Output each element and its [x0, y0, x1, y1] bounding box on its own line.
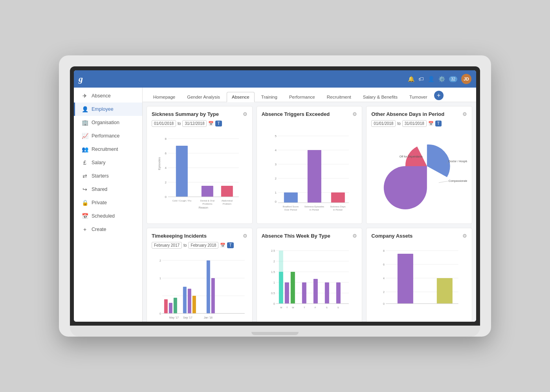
sidebar-item-performance[interactable]: 📈 Performance [74, 129, 142, 143]
svg-rect-59 [188, 289, 191, 313]
tab-turnover[interactable]: Turnover [404, 92, 433, 102]
svg-text:0: 0 [165, 195, 167, 199]
svg-text:2: 2 [383, 291, 385, 293]
svg-rect-80 [279, 251, 283, 272]
gear-icon-week[interactable]: ⚙ [352, 233, 357, 239]
gear-icon-assets[interactable]: ⚙ [462, 233, 467, 239]
sidebar-item-shared[interactable]: ↪ Shared [74, 183, 142, 196]
svg-text:T: T [304, 306, 305, 309]
sidebar-item-organisation[interactable]: 🏢 Organisation [74, 116, 142, 129]
shared-icon: ↪ [81, 186, 88, 192]
date-to-sickness[interactable]: 31/12/2018 [182, 120, 207, 127]
svg-text:0.5: 0.5 [271, 292, 275, 295]
sidebar-item-starters[interactable]: ⇄ Starters [74, 169, 142, 183]
add-tab-button[interactable]: + [434, 91, 444, 100]
date-from-timekeeping[interactable]: February 2017 [152, 242, 182, 249]
widget-header-triggers: Absence Triggers Exceeded ⚙ [262, 111, 358, 117]
svg-text:Cold / Cough / Flu: Cold / Cough / Flu [172, 200, 191, 202]
svg-text:8: 8 [165, 137, 167, 141]
chart-triggers: 5 4 3 2 1 0 [262, 128, 358, 216]
gear-icon-timekeeping[interactable]: ⚙ [243, 233, 248, 239]
avatar[interactable]: JD [461, 74, 471, 84]
sidebar-item-label: Recruitment [92, 147, 118, 152]
svg-text:2: 2 [275, 177, 277, 180]
widget-title-week: Absence This Week By Type [262, 233, 330, 239]
sidebar: ✈ Absence 👤 Employee 🏢 Organisation 📈 Pe… [74, 88, 143, 322]
svg-text:6: 6 [165, 152, 167, 155]
svg-text:4: 4 [165, 166, 167, 170]
widget-header-timekeeping: Timekeeping Incidents ⚙ [152, 233, 248, 239]
widget-sickness-summary: Sickness Summary by Type ⚙ 01/01/2018 to… [147, 106, 253, 224]
sidebar-item-private[interactable]: 🔒 Private [74, 196, 142, 209]
svg-text:0: 0 [273, 302, 275, 305]
svg-rect-34 [331, 192, 345, 203]
date-to-timekeeping[interactable]: February 2018 [188, 242, 218, 249]
gear-icon-triggers[interactable]: ⚙ [352, 111, 357, 117]
tag-icon[interactable]: 🏷 [418, 76, 424, 82]
svg-text:6: 6 [383, 263, 385, 266]
sidebar-item-employee[interactable]: 👤 Employee [74, 103, 142, 116]
svg-text:4: 4 [383, 277, 385, 280]
svg-rect-58 [183, 287, 187, 313]
sidebar-item-label: Create [92, 227, 106, 232]
widget-title-triggers: Absence Triggers Exceeded [262, 111, 330, 117]
calendar-icon-other[interactable]: 📅 [428, 121, 434, 126]
svg-text:Reason: Reason [199, 206, 208, 209]
tab-absence[interactable]: Absence [227, 92, 255, 102]
settings-icon[interactable]: ⚙️ [438, 76, 445, 82]
bell-icon[interactable]: 🔔 [408, 76, 414, 82]
svg-rect-13 [221, 186, 233, 197]
t-button-sickness[interactable]: T [215, 121, 222, 126]
svg-text:S: S [337, 306, 339, 309]
sidebar-item-create[interactable]: + Create [74, 223, 142, 236]
date-to-other[interactable]: 31/01/2018 [402, 120, 427, 127]
widget-header-week: Absence This Week By Type ⚙ [262, 233, 358, 239]
widget-header-assets: Company Assets ⚙ [371, 233, 467, 239]
employee-icon: 👤 [81, 106, 88, 112]
app-logo: g [79, 74, 83, 84]
sidebar-item-salary[interactable]: £ Salary [74, 156, 142, 169]
tab-performance[interactable]: Performance [284, 92, 320, 102]
gear-icon-other[interactable]: ⚙ [462, 111, 467, 117]
svg-text:F: F [315, 306, 316, 309]
chart-week: 2.5 2 1.5 1 0.5 0 [262, 243, 358, 322]
sidebar-item-scheduled[interactable]: 📅 Scheduled [74, 209, 142, 223]
tab-recruitment[interactable]: Recruitment [322, 92, 356, 102]
date-from-sickness[interactable]: 01/01/2018 [152, 120, 176, 127]
date-range-to2: to [397, 121, 400, 126]
user-icon[interactable]: 👤 [428, 76, 434, 82]
svg-text:2: 2 [165, 181, 167, 184]
tab-homepage[interactable]: Homepage [148, 92, 180, 102]
sidebar-item-label: Shared [92, 187, 107, 192]
sidebar-item-absence[interactable]: ✈ Absence [74, 89, 142, 103]
svg-rect-86 [336, 282, 340, 304]
svg-rect-32 [284, 192, 297, 203]
svg-rect-55 [164, 299, 168, 313]
absence-icon: ✈ [81, 93, 88, 99]
starters-icon: ⇄ [81, 173, 88, 179]
date-from-other[interactable]: 01/01/2018 [371, 120, 396, 127]
sidebar-item-recruitment[interactable]: 👥 Recruitment [74, 143, 142, 156]
t-button-timekeeping[interactable]: T [227, 242, 233, 248]
tab-training[interactable]: Training [256, 92, 282, 102]
svg-rect-82 [290, 272, 295, 304]
svg-text:Doctor / Hospital Appt: Doctor / Hospital Appt [449, 160, 467, 163]
t-button-other[interactable]: T [435, 121, 442, 126]
calendar-icon-timekeeping[interactable]: 📅 [220, 243, 226, 248]
svg-rect-62 [211, 278, 215, 313]
nav-icons: 🔔 🏷 👤 ⚙️ 32 JD [408, 74, 471, 84]
widget-title-other: Other Absence Days in Period [371, 111, 444, 117]
svg-rect-84 [313, 279, 317, 304]
svg-text:Problems: Problems [202, 203, 212, 205]
performance-icon: 📈 [81, 133, 88, 139]
widget-title-timekeeping: Timekeeping Incidents [152, 233, 207, 239]
tab-gender-analysis[interactable]: Gender Analysis [182, 92, 225, 102]
tab-salary-benefits[interactable]: Salary & Benefits [358, 92, 403, 102]
calendar-icon-sickness[interactable]: 📅 [208, 121, 214, 126]
top-navigation: g 🔔 🏷 👤 ⚙️ 32 JD [74, 70, 476, 88]
svg-text:2: 2 [273, 260, 275, 263]
gear-icon-sickness[interactable]: ⚙ [243, 111, 248, 117]
sidebar-item-label: Organisation [92, 120, 119, 125]
date-range-to: to [178, 121, 181, 126]
sidebar-item-label: Performance [92, 133, 120, 139]
